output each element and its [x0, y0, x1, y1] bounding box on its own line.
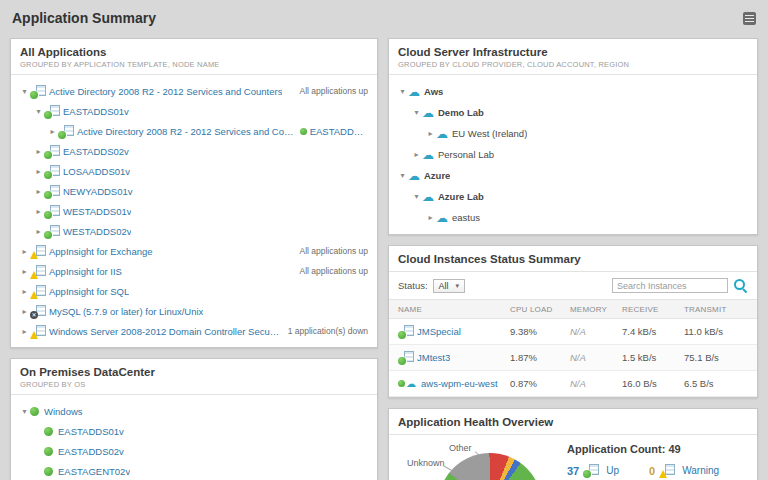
expand-arrow-icon[interactable]: ▸	[425, 129, 436, 138]
cloud-infrastructure-panel: Cloud Server Infrastructure GROUPED BY C…	[388, 38, 758, 235]
expand-arrow-icon[interactable]: ▸	[33, 167, 44, 176]
collapse-arrow-icon[interactable]: ▾	[19, 87, 30, 96]
column-header-memory: MEMORY	[570, 305, 622, 314]
tree-item-label[interactable]: EU West (Ireland)	[452, 128, 527, 139]
status-up-icon	[44, 447, 53, 456]
tree-item-label[interactable]: Azure	[424, 170, 450, 181]
tree-item-label[interactable]: EASTADDS01v	[58, 426, 124, 437]
instance-link[interactable]: JMtest3	[417, 352, 450, 363]
expand-arrow-icon[interactable]: ▸	[19, 287, 30, 296]
panel-header: Cloud Server Infrastructure GROUPED BY C…	[389, 39, 757, 75]
panel-title: All Applications	[20, 46, 368, 58]
expand-arrow-icon[interactable]: ▸	[33, 207, 44, 216]
search-input[interactable]	[612, 278, 728, 293]
application-icon	[398, 325, 414, 338]
tree-item-status-note: All applications up	[293, 86, 368, 96]
panel-subtitle: GROUPED BY APPLICATION TEMPLATE, NODE NA…	[20, 60, 368, 69]
collapse-arrow-icon[interactable]: ▾	[397, 171, 408, 180]
expand-arrow-icon[interactable]: ▸	[19, 267, 30, 276]
tree-item-label[interactable]: Active Directory 2008 R2 - 2012 Services…	[77, 126, 296, 137]
cloud-icon: ☁	[408, 170, 420, 182]
tree-item-status-note: 1 application(s) down	[282, 326, 368, 336]
chevron-down-icon	[456, 282, 460, 290]
tree-item-label[interactable]: AppInsight for Exchange	[49, 246, 153, 257]
instance-name-cell: ☁aws-wpm-eu-west	[398, 378, 510, 389]
tree-item-label[interactable]: EASTADDS02v	[63, 146, 129, 157]
tree-item-label[interactable]: AppInsight for SQL	[49, 286, 129, 297]
expand-arrow-icon[interactable]: ▸	[411, 150, 422, 159]
instances-table-header: NAMECPU LOADMEMORYRECEIVETRANSMIT	[389, 299, 757, 319]
status-filter-select[interactable]: All	[433, 279, 466, 293]
application-summary-page: Application Summary All Applications GRO…	[0, 0, 768, 480]
tree-item: ▸WESTADDS01v	[11, 201, 377, 221]
tree-item: ▾☁Aws	[389, 81, 757, 102]
tree-item-label[interactable]: Personal Lab	[438, 149, 494, 160]
tree-item-label[interactable]: EASTADDS01v	[63, 106, 129, 117]
collapse-arrow-icon[interactable]: ▾	[411, 192, 422, 201]
application-health-panel: Application Health Overview Other Unknow…	[388, 408, 758, 480]
status-up-badge-icon	[398, 357, 406, 365]
health-pie-zone: Other Unknown	[397, 439, 547, 480]
tree-item: ▸☁EU West (Ireland)	[389, 123, 757, 144]
tree-item-suffix-label[interactable]: EASTADDS01v	[310, 126, 368, 137]
application-icon	[659, 464, 675, 477]
collapse-arrow-icon[interactable]: ▾	[33, 107, 44, 116]
instances-filter-bar: Status: All	[389, 272, 757, 299]
cloud-icon: ☁	[408, 86, 420, 98]
tree-item-label[interactable]: Windows	[44, 406, 83, 417]
status-filter-label: Status:	[398, 280, 428, 291]
instance-link[interactable]: aws-wpm-eu-west	[421, 378, 498, 389]
health-stat-label[interactable]: Warning	[682, 465, 719, 476]
cloud-icon: ☁	[406, 379, 416, 389]
tree-item-label[interactable]: Demo Lab	[438, 107, 484, 118]
expand-arrow-icon[interactable]: ▸	[19, 307, 30, 316]
tree-item: ▸✕MySQL (5.7.9 or later) for Linux/Unix	[11, 301, 377, 321]
all-applications-tree: ▾Active Directory 2008 R2 - 2012 Service…	[11, 75, 377, 347]
tree-item-label[interactable]: Azure Lab	[438, 191, 484, 202]
expand-arrow-icon[interactable]: ▸	[19, 247, 30, 256]
health-body: Other Unknown Application Count: 49 37Up…	[389, 435, 757, 480]
status-warning-badge-icon	[30, 271, 38, 279]
collapse-arrow-icon[interactable]: ▾	[19, 407, 30, 416]
tree-item-label[interactable]: LOSAADDS01v	[63, 166, 130, 177]
instance-transmit-cell: 6.5 B/s	[684, 378, 748, 389]
status-up-badge-icon	[44, 191, 52, 199]
tree-item-label[interactable]: AppInsight for IIS	[49, 266, 122, 277]
left-column: All Applications GROUPED BY APPLICATION …	[10, 38, 378, 480]
collapse-arrow-icon[interactable]: ▾	[411, 108, 422, 117]
tree-item-label[interactable]: WESTADDS02v	[63, 226, 131, 237]
tree-item-label[interactable]: NEWYADDS01v	[63, 186, 133, 197]
tree-item-label[interactable]: Active Directory 2008 R2 - 2012 Services…	[49, 86, 282, 97]
tree-item-label[interactable]: EASTADDS02v	[58, 446, 124, 457]
expand-arrow-icon[interactable]: ▸	[33, 147, 44, 156]
collapse-arrow-icon[interactable]: ▾	[397, 87, 408, 96]
tree-item-label[interactable]: Aws	[424, 86, 443, 97]
instance-name-cell: JMtest3	[398, 351, 510, 364]
status-up-badge-icon	[398, 331, 406, 339]
expand-arrow-icon[interactable]: ▸	[33, 187, 44, 196]
column-header-receive: RECEIVE	[622, 305, 684, 314]
expand-arrow-icon[interactable]: ▸	[33, 227, 44, 236]
application-icon	[398, 351, 414, 364]
tree-item-label[interactable]: WESTADDS01v	[63, 206, 131, 217]
health-stat-label[interactable]: Up	[606, 465, 619, 476]
tree-item-label[interactable]: Windows Server 2008-2012 Domain Controll…	[49, 326, 282, 337]
tree-item-label[interactable]: EASTAGENT02v	[58, 466, 130, 477]
expand-arrow-icon[interactable]: ▸	[47, 127, 58, 136]
instance-link[interactable]: JMSpecial	[417, 326, 461, 337]
page-menu-icon[interactable]	[743, 12, 756, 25]
tree-item-label[interactable]: eastus	[452, 212, 480, 223]
tree-item-label[interactable]: MySQL (5.7.9 or later) for Linux/Unix	[49, 306, 203, 317]
column-header-name: NAME	[398, 305, 510, 314]
cloud-infrastructure-tree: ▾☁Aws▾☁Demo Lab▸☁EU West (Ireland)▸☁Pers…	[389, 75, 757, 234]
search-icon[interactable]	[733, 278, 748, 293]
instance-transmit-cell: 11.0 kB/s	[684, 326, 748, 337]
panel-header: Cloud Instances Status Summary	[389, 246, 757, 272]
panel-subtitle: GROUPED BY OS	[20, 380, 368, 389]
tree-item: ▾EASTADDS01v	[11, 101, 377, 121]
cloud-instance-icon: ☁	[398, 379, 418, 389]
status-up-icon	[30, 407, 39, 416]
expand-arrow-icon[interactable]: ▸	[19, 327, 30, 336]
expand-arrow-icon[interactable]: ▸	[425, 213, 436, 222]
status-unknown-badge-icon: ✕	[30, 311, 38, 319]
